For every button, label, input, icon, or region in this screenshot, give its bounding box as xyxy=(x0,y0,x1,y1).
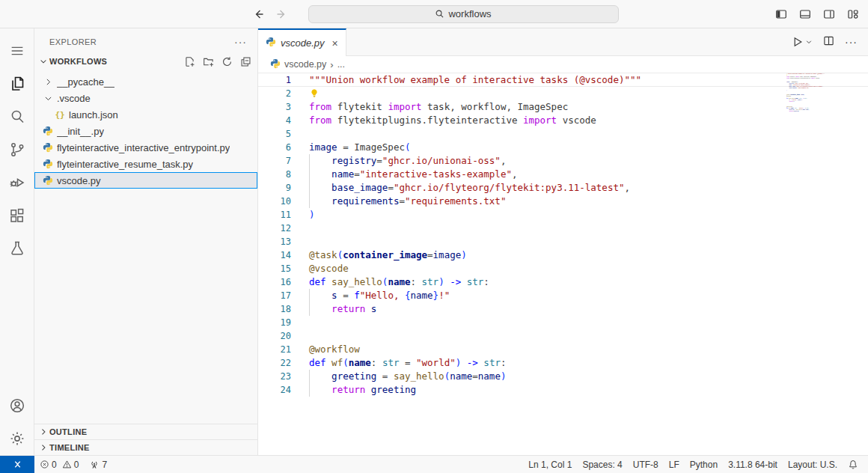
settings-button[interactable] xyxy=(0,422,34,455)
breadcrumb[interactable]: vscode.py › ... xyxy=(258,56,868,73)
line-number[interactable]: 21 xyxy=(258,343,291,356)
close-tab-icon[interactable]: × xyxy=(332,37,338,49)
language-mode[interactable]: Python xyxy=(685,456,723,473)
code-line[interactable] xyxy=(309,316,868,329)
code-line[interactable]: s = f"Hello, {name}!" xyxy=(309,289,868,302)
tree-item[interactable]: flyteinteractive_interactive_entrypoint.… xyxy=(34,139,257,156)
eol[interactable]: LF xyxy=(664,456,685,473)
tree-item[interactable]: __pycache__ xyxy=(34,73,257,90)
tree-item[interactable]: flyteinteractive_resume_task.py xyxy=(34,156,257,172)
code-lines[interactable]: """Union workflow example of interactive… xyxy=(786,73,797,112)
line-number[interactable]: 22 xyxy=(258,356,291,370)
line-number[interactable]: 8 xyxy=(258,168,291,181)
line-number[interactable]: 3 xyxy=(258,100,291,114)
code-line[interactable]: return greeting xyxy=(786,111,797,112)
line-number[interactable]: 9 xyxy=(258,181,291,195)
editor-more-actions-icon[interactable]: ··· xyxy=(845,36,858,48)
line-number[interactable]: 20 xyxy=(258,329,291,343)
line-number[interactable]: 13 xyxy=(258,235,291,248)
sidebar-item-explorer[interactable] xyxy=(0,67,34,100)
tab-vscode-py[interactable]: vscode.py × xyxy=(258,28,346,56)
toggle-primary-sidebar-button[interactable] xyxy=(775,8,787,20)
line-number[interactable]: 11 xyxy=(258,208,291,222)
code-line[interactable]: def say_hello(name: str) -> str: xyxy=(309,275,868,289)
line-number[interactable]: 23 xyxy=(258,370,291,383)
minimap[interactable]: """Union workflow example of interactive… xyxy=(786,73,868,120)
line-number[interactable]: 5 xyxy=(258,127,291,141)
code-line[interactable]: """Union workflow example of interactive… xyxy=(309,73,868,87)
code-line[interactable]: @vscode xyxy=(309,262,868,275)
run-python-file-button[interactable] xyxy=(792,36,813,48)
line-number[interactable]: 14 xyxy=(258,248,291,262)
code-line[interactable]: name="interactive-tasks-example", xyxy=(309,168,868,181)
line-number-gutter[interactable]: 123456789101112131415161718192021222324 xyxy=(258,73,291,455)
remote-indicator[interactable] xyxy=(0,456,34,473)
line-number[interactable]: 24 xyxy=(258,383,291,397)
code-line[interactable] xyxy=(309,127,868,141)
line-number[interactable]: 19 xyxy=(258,316,291,329)
code-line[interactable] xyxy=(309,235,868,248)
breadcrumb-file[interactable]: vscode.py xyxy=(284,59,326,70)
back-button[interactable] xyxy=(250,6,266,22)
sidebar-item-testing[interactable] xyxy=(0,232,34,265)
toggle-secondary-sidebar-button[interactable] xyxy=(823,8,835,20)
indentation[interactable]: Spaces: 4 xyxy=(577,456,627,473)
explorer-more-actions-icon[interactable]: ··· xyxy=(230,36,251,48)
breadcrumb-tail[interactable]: ... xyxy=(337,59,345,70)
encoding[interactable]: UTF-8 xyxy=(628,456,664,473)
split-editor-button[interactable] xyxy=(823,35,834,49)
line-number[interactable]: 6 xyxy=(258,141,291,154)
sidebar-item-search[interactable] xyxy=(0,100,34,133)
toggle-panel-button[interactable] xyxy=(799,8,811,20)
code-line[interactable]: image = ImageSpec( xyxy=(309,141,868,154)
code-line[interactable] xyxy=(309,87,868,100)
cursor-position[interactable]: Ln 1, Col 1 xyxy=(523,456,577,473)
tree-item[interactable]: {}launch.json xyxy=(34,106,257,123)
line-number[interactable]: 15 xyxy=(258,262,291,275)
new-folder-button[interactable] xyxy=(203,56,214,67)
code-line[interactable]: return greeting xyxy=(309,383,868,397)
sidebar-item-run-debug[interactable] xyxy=(0,166,34,199)
code-line[interactable]: from flytekit import task, workflow, Ima… xyxy=(309,100,868,114)
notifications-button[interactable] xyxy=(843,456,864,473)
refresh-button[interactable] xyxy=(221,56,233,67)
line-number[interactable]: 17 xyxy=(258,289,291,302)
code-line[interactable]: requirements="requirements.txt" xyxy=(309,195,868,208)
code-line[interactable] xyxy=(309,222,868,235)
line-number[interactable]: 1 xyxy=(258,73,291,87)
line-number[interactable]: 2 xyxy=(258,87,291,100)
workflows-section-header[interactable]: WORKFLOWS xyxy=(34,52,257,70)
outline-section-header[interactable]: OUTLINE xyxy=(34,424,257,439)
collapse-all-button[interactable] xyxy=(240,56,251,67)
keyboard-layout[interactable]: Layout: U.S. xyxy=(783,456,843,473)
customize-layout-button[interactable] xyxy=(847,8,859,20)
python-interpreter[interactable]: 3.11.8 64-bit xyxy=(723,456,783,473)
code-line[interactable]: return s xyxy=(309,302,868,316)
code-line[interactable]: @workflow xyxy=(309,343,868,356)
code-lines[interactable]: """Union workflow example of interactive… xyxy=(309,73,868,397)
code-line[interactable]: greeting = say_hello(name=name) xyxy=(309,370,868,383)
line-number[interactable]: 10 xyxy=(258,195,291,208)
menu-button[interactable] xyxy=(0,34,34,67)
new-file-button[interactable] xyxy=(184,56,195,67)
tree-item[interactable]: __init__.py xyxy=(34,123,257,139)
search-input[interactable]: workflows xyxy=(308,5,619,23)
forward-button[interactable] xyxy=(274,6,290,22)
line-number[interactable]: 18 xyxy=(258,302,291,316)
code-line[interactable]: @task(container_image=image) xyxy=(309,248,868,262)
code-line[interactable]: from flytekitplugins.flyteinteractive im… xyxy=(309,114,868,127)
code-line[interactable]: registry="ghcr.io/unionai-oss", xyxy=(309,154,868,168)
code-line[interactable]: base_image="ghcr.io/flyteorg/flytekit:py… xyxy=(309,181,868,195)
timeline-section-header[interactable]: TIMELINE xyxy=(34,439,257,455)
line-number[interactable]: 16 xyxy=(258,275,291,289)
line-number[interactable]: 4 xyxy=(258,114,291,127)
code-line[interactable]: def wf(name: str = "world") -> str: xyxy=(309,356,868,370)
problems-indicator[interactable]: 0 0 xyxy=(34,456,84,473)
sidebar-item-extensions[interactable] xyxy=(0,199,34,232)
line-number[interactable]: 7 xyxy=(258,154,291,168)
line-number[interactable]: 12 xyxy=(258,222,291,235)
code-line[interactable] xyxy=(309,329,868,343)
ports-indicator[interactable]: 7 xyxy=(84,456,112,473)
tree-item[interactable]: vscode.py xyxy=(34,172,257,189)
tree-item[interactable]: .vscode xyxy=(34,90,257,106)
